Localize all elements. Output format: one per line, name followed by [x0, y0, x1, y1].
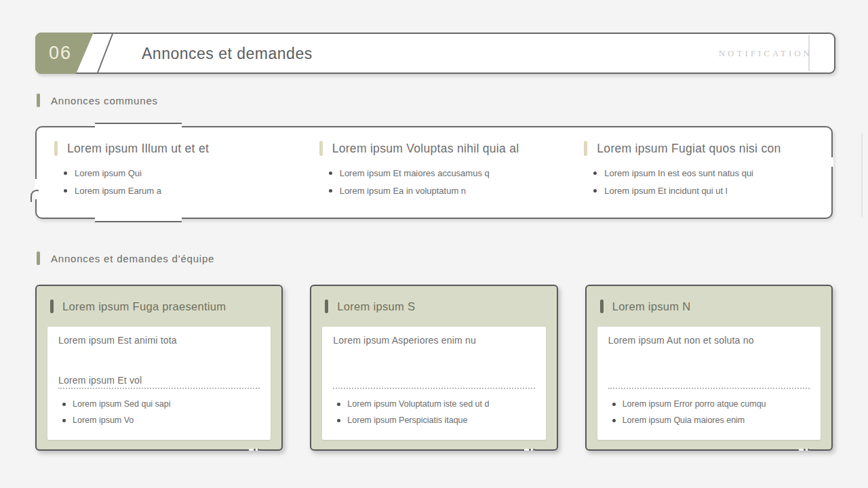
list-item-text: Lorem ipsum Quia maiores enim — [623, 415, 745, 425]
list-item-text: Lorem ipsum Ea in voluptatum n — [340, 186, 466, 196]
card-line — [608, 375, 810, 386]
list-item: Lorem ipsum Perspiciatis itaque — [333, 415, 534, 425]
bullet-dot-icon — [337, 419, 340, 422]
sketch-border-bottom — [95, 217, 182, 222]
sketch-border-top — [95, 123, 182, 128]
section-team-label: Annonces et demandes d'équipe — [37, 251, 214, 265]
list-item-text: Lorem ipsum Voluptatum iste sed ut d — [347, 399, 489, 409]
bullet-dot-icon — [64, 189, 67, 192]
notification-tag: NOTIFICATION — [719, 48, 812, 59]
card-line: Lorem ipsum Et vol — [58, 375, 260, 386]
list-item: Lorem ipsum Et maiores accusamus q — [319, 168, 560, 178]
column-title: Lorem ipsum Fugiat quos nisi con — [597, 142, 781, 156]
list-item-text: Lorem ipsum Et incidunt qui ut l — [604, 186, 727, 196]
list-item: Lorem ipsum Et incidunt qui ut l — [584, 186, 825, 196]
list-item-text: Lorem ipsum Perspiciatis itaque — [347, 415, 467, 425]
page-title: Annonces et demandes — [142, 44, 313, 62]
card-accent-bar — [600, 300, 604, 313]
card-accent-bar — [50, 300, 54, 313]
slide-number-badge: 06 — [35, 33, 94, 74]
sketch-border-dots — [529, 449, 531, 451]
card-line: Lorem ipsum Asperiores enim nu — [333, 335, 534, 346]
dotted-divider — [58, 388, 260, 389]
list-item-text: Lorem ipsum Vo — [73, 415, 134, 425]
list-item: Lorem ipsum Quia maiores enim — [608, 415, 810, 425]
team-card-2: Lorem ipsum S Lorem ipsum Asperiores eni… — [310, 285, 557, 451]
bullet-dot-icon — [593, 189, 597, 192]
sketch-border-left-corner — [31, 190, 39, 202]
section-title: Annonces communes — [51, 95, 158, 106]
list-item: Lorem ipsum Qui — [54, 168, 295, 178]
common-column: Lorem ipsum Voluptas nihil quia al Lorem… — [302, 127, 567, 218]
list-item: Lorem ipsum In est eos sunt natus qui — [584, 168, 825, 178]
bullet-dot-icon — [62, 419, 66, 422]
bullet-dot-icon — [329, 189, 332, 192]
bullet-dot-icon — [337, 403, 340, 406]
sketch-border-right-gap — [830, 157, 833, 167]
team-cards-row: Lorem ipsum Fuga praesentium Lorem ipsum… — [35, 285, 833, 451]
common-announcements-card: Lorem ipsum Illum ut et et Lorem ipsum Q… — [35, 126, 833, 219]
section-accent-bar — [37, 94, 40, 107]
list-item: Lorem ipsum Vo — [58, 415, 260, 425]
list-item: Lorem ipsum Sed qui sapi — [58, 399, 260, 409]
card-title: Lorem ipsum N — [612, 300, 691, 313]
dotted-divider — [608, 388, 810, 389]
column-accent-bar — [319, 141, 323, 156]
card-line: Lorem ipsum Aut non et soluta no — [608, 335, 810, 346]
bullet-dot-icon — [612, 419, 616, 422]
sketch-stacked-card-edge — [861, 133, 863, 217]
list-item-text: Lorem ipsum In est eos sunt natus qui — [604, 168, 753, 178]
card-title: Lorem ipsum Fuga praesentium — [62, 300, 226, 313]
bullet-dot-icon — [62, 403, 66, 406]
card-line — [333, 375, 534, 386]
list-item: Lorem ipsum Earum a — [54, 186, 295, 196]
list-item-text: Lorem ipsum Earum a — [75, 186, 161, 196]
card-accent-bar — [325, 300, 328, 313]
list-item-text: Lorem ipsum Et maiores accusamus q — [340, 168, 490, 178]
common-column: Lorem ipsum Illum ut et et Lorem ipsum Q… — [37, 127, 302, 218]
bullet-dot-icon — [329, 171, 332, 175]
card-inner-panel: Lorem ipsum Asperiores enim nu Lorem ips… — [322, 327, 545, 440]
section-common-label: Annonces communes — [37, 94, 158, 107]
card-inner-panel: Lorem ipsum Aut non et soluta no Lorem i… — [597, 327, 821, 440]
card-title: Lorem ipsum S — [337, 300, 415, 313]
slide-number: 06 — [49, 43, 72, 64]
common-column: Lorem ipsum Fugiat quos nisi con Lorem i… — [566, 127, 831, 218]
list-item: Lorem ipsum Error porro atque cumqu — [608, 399, 810, 409]
bullet-dot-icon — [64, 171, 67, 175]
header-slant-divider — [96, 33, 113, 74]
team-card-3: Lorem ipsum N Lorem ipsum Aut non et sol… — [585, 285, 833, 451]
list-item-text: Lorem ipsum Sed qui sapi — [73, 399, 171, 409]
dotted-divider — [333, 388, 534, 389]
list-item: Lorem ipsum Voluptatum iste sed ut d — [333, 399, 534, 409]
column-accent-bar — [584, 141, 587, 156]
column-title: Lorem ipsum Illum ut et et — [67, 142, 209, 156]
team-card-1: Lorem ipsum Fuga praesentium Lorem ipsum… — [35, 285, 283, 451]
bullet-dot-icon — [593, 171, 597, 175]
list-item-text: Lorem ipsum Qui — [75, 168, 142, 178]
list-item-text: Lorem ipsum Error porro atque cumqu — [623, 399, 766, 409]
section-accent-bar — [37, 251, 40, 265]
sketch-border-dots — [804, 449, 806, 451]
section-title: Annonces et demandes d'équipe — [51, 253, 214, 264]
card-line: Lorem ipsum Est animi tota — [58, 335, 260, 346]
bullet-dot-icon — [612, 403, 616, 406]
card-inner-panel: Lorem ipsum Est animi tota Lorem ipsum E… — [47, 327, 271, 440]
slide-header: 06 Annonces et demandes NOTIFICATION — [35, 33, 835, 74]
list-item: Lorem ipsum Ea in voluptatum n — [319, 186, 560, 196]
column-accent-bar — [54, 141, 58, 156]
column-title: Lorem ipsum Voluptas nihil quia al — [332, 142, 519, 156]
